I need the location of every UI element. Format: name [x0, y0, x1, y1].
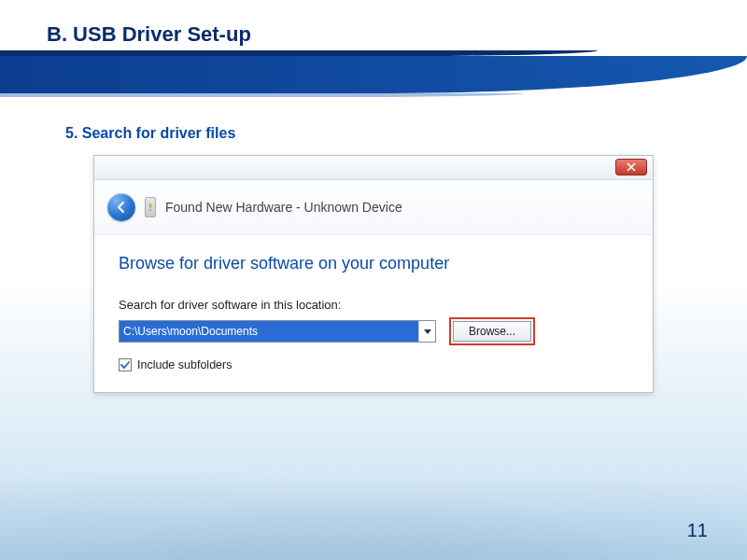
- background-art: [0, 448, 747, 560]
- combobox-arrow[interactable]: [418, 321, 435, 342]
- back-button[interactable]: [107, 193, 135, 221]
- dialog-titlebar: [94, 156, 653, 180]
- location-combobox[interactable]: C:\Users\moon\Documents: [119, 320, 436, 343]
- arrow-left-icon: [114, 200, 129, 215]
- step-label: 5. Search for driver files: [65, 125, 747, 142]
- browse-button[interactable]: Browse...: [453, 321, 531, 342]
- dialog-body: Browse for driver software on your compu…: [94, 235, 653, 392]
- include-subfolders-row: Include subfolders: [119, 358, 628, 371]
- location-field-label: Search for driver software in this locat…: [119, 298, 628, 312]
- page-number: 11: [687, 520, 708, 541]
- hardware-wizard-dialog: Found New Hardware - Unknown Device Brow…: [93, 155, 654, 393]
- decorative-wave: [0, 56, 747, 93]
- include-subfolders-checkbox[interactable]: [119, 358, 132, 371]
- close-icon: [627, 162, 636, 172]
- close-button[interactable]: [615, 159, 647, 175]
- browse-highlight: Browse...: [449, 317, 535, 345]
- dialog-header: Found New Hardware - Unknown Device: [94, 180, 653, 235]
- check-icon: [120, 361, 130, 369]
- location-row: C:\Users\moon\Documents Browse...: [119, 317, 628, 345]
- slide-title: B. USB Driver Set-up: [0, 0, 747, 47]
- chevron-down-icon: [424, 329, 431, 334]
- include-subfolders-label: Include subfolders: [137, 358, 232, 371]
- unknown-device-icon: [145, 197, 156, 217]
- dialog-title: Found New Hardware - Unknown Device: [165, 200, 402, 215]
- dialog-heading: Browse for driver software on your compu…: [119, 254, 628, 273]
- location-value: C:\Users\moon\Documents: [120, 321, 418, 342]
